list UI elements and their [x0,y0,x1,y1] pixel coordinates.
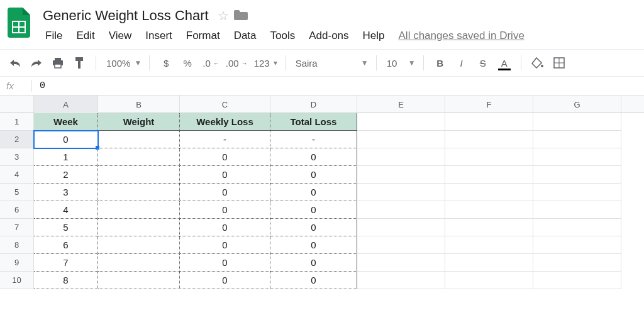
cell-c1[interactable]: Weekly Loss [180,113,270,131]
cell-d2[interactable]: - [270,131,357,148]
cell-c10[interactable]: 0 [180,272,270,289]
percent-button[interactable]: % [179,54,196,72]
cell-e3[interactable] [357,148,445,166]
cell-g2[interactable] [533,131,621,148]
cell-b7[interactable] [98,219,180,236]
cell-c7[interactable]: 0 [180,219,270,236]
bold-button[interactable]: B [431,54,449,72]
cell-a6[interactable]: 4 [34,201,98,219]
cell-b9[interactable] [98,254,180,272]
col-header-e[interactable]: E [357,96,445,113]
col-header-a[interactable]: A [34,96,98,113]
cell-f6[interactable] [445,201,533,219]
col-header-f[interactable]: F [445,96,533,113]
document-title[interactable]: Generic Weight Loss Chart [39,6,213,25]
menu-file[interactable]: File [39,27,69,45]
redo-button[interactable] [28,54,45,72]
italic-button[interactable]: I [453,54,470,72]
cell-a9[interactable]: 7 [34,254,98,272]
cell-e5[interactable] [357,184,445,201]
cell-b10[interactable] [98,272,180,289]
cell-g3[interactable] [533,148,621,166]
cell-d8[interactable]: 0 [270,236,357,254]
formula-input[interactable]: 0 [40,80,45,91]
cell-e4[interactable] [357,166,445,184]
cell-e8[interactable] [357,236,445,254]
sheets-logo[interactable] [6,6,31,39]
cell-g6[interactable] [533,201,621,219]
cell-c6[interactable]: 0 [180,201,270,219]
cell-f3[interactable] [445,148,533,166]
menu-help[interactable]: Help [357,27,391,45]
font-select[interactable]: Saira▼ [293,54,369,72]
cell-d6[interactable]: 0 [270,201,357,219]
row-header-10[interactable]: 10 [0,272,34,289]
print-button[interactable] [49,54,67,72]
cell-d10[interactable]: 0 [270,272,357,289]
cell-g10[interactable] [533,272,621,289]
text-color-button[interactable]: A [496,54,513,72]
col-header-b[interactable]: B [98,96,180,113]
cell-g4[interactable] [533,166,621,184]
more-formats-button[interactable]: 123▾ [252,54,277,72]
decrease-decimal-button[interactable]: .0← [200,54,219,72]
cell-b3[interactable] [98,148,180,166]
cell-e10[interactable] [357,272,445,289]
row-header-4[interactable]: 4 [0,166,34,184]
undo-button[interactable] [6,54,24,72]
cell-d1[interactable]: Total Loss [270,113,357,131]
cell-g5[interactable] [533,184,621,201]
cell-d9[interactable]: 0 [270,254,357,272]
menu-tools[interactable]: Tools [264,27,302,45]
cell-c8[interactable]: 0 [180,236,270,254]
cell-a3[interactable]: 1 [34,148,98,166]
strikethrough-button[interactable]: S [474,54,492,72]
row-header-8[interactable]: 8 [0,236,34,254]
cell-c9[interactable]: 0 [180,254,270,272]
cell-b6[interactable] [98,201,180,219]
cell-a4[interactable]: 2 [34,166,98,184]
cell-f10[interactable] [445,272,533,289]
star-icon[interactable]: ☆ [218,8,229,23]
cell-g9[interactable] [533,254,621,272]
menu-format[interactable]: Format [180,27,226,45]
cell-a5[interactable]: 3 [34,184,98,201]
cell-e6[interactable] [357,201,445,219]
cell-f4[interactable] [445,166,533,184]
cell-f1[interactable] [445,113,533,131]
cell-c5[interactable]: 0 [180,184,270,201]
cell-f7[interactable] [445,219,533,236]
fill-color-button[interactable] [529,54,547,72]
row-header-1[interactable]: 1 [0,113,34,131]
cell-e1[interactable] [357,113,445,131]
row-header-3[interactable]: 3 [0,148,34,166]
select-all-corner[interactable] [0,96,34,113]
cell-g7[interactable] [533,219,621,236]
cell-a2[interactable]: 0 [34,131,98,148]
col-header-c[interactable]: C [180,96,270,113]
cell-b8[interactable] [98,236,180,254]
cell-f5[interactable] [445,184,533,201]
cell-f2[interactable] [445,131,533,148]
cell-c4[interactable]: 0 [180,166,270,184]
row-header-9[interactable]: 9 [0,254,34,272]
row-header-7[interactable]: 7 [0,219,34,236]
currency-button[interactable]: $ [157,54,175,72]
col-header-g[interactable]: G [533,96,621,113]
cell-f8[interactable] [445,236,533,254]
menu-addons[interactable]: Add-ons [303,27,355,45]
cell-e2[interactable] [357,131,445,148]
row-header-5[interactable]: 5 [0,184,34,201]
menu-view[interactable]: View [103,27,138,45]
col-header-d[interactable]: D [270,96,357,113]
increase-decimal-button[interactable]: .00→ [223,54,248,72]
cell-e7[interactable] [357,219,445,236]
cell-f9[interactable] [445,254,533,272]
paint-format-button[interactable] [70,54,88,72]
cell-a8[interactable]: 6 [34,236,98,254]
cell-g1[interactable] [533,113,621,131]
cell-b1[interactable]: Weight [98,113,180,131]
cell-a1[interactable]: Week [34,113,98,131]
cell-c3[interactable]: 0 [180,148,270,166]
menu-data[interactable]: Data [228,27,263,45]
